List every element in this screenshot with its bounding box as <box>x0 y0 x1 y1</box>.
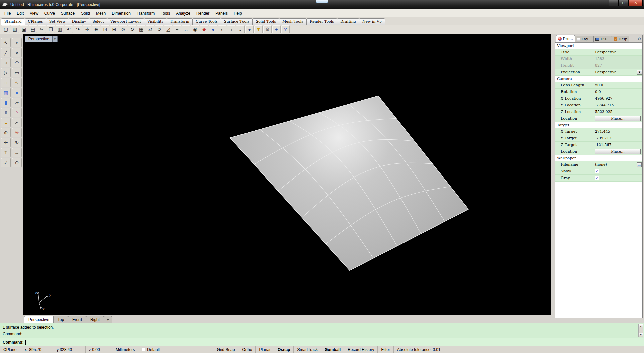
menu-item[interactable]: Transform <box>134 10 158 17</box>
zoom-window-icon[interactable]: ⊡ <box>101 25 109 33</box>
rendered-viewport-icon[interactable]: ● <box>245 25 254 33</box>
property-value[interactable]: 271.445 <box>595 129 642 134</box>
polyline-icon[interactable]: ∨ <box>12 48 22 57</box>
options-icon[interactable]: ⚙ <box>263 25 272 33</box>
zoom-selected-icon[interactable]: ⊙ <box>119 25 127 33</box>
rotate-view-icon[interactable]: ↻ <box>128 25 136 33</box>
magnify-icon[interactable]: ⊙ <box>12 158 22 167</box>
menu-item[interactable]: Curve <box>41 10 58 17</box>
camera-place-button[interactable]: Place... <box>595 116 641 121</box>
menu-item[interactable]: Tools <box>158 10 173 17</box>
rectangle-icon[interactable]: ▭ <box>12 68 22 77</box>
gray-checkbox[interactable]: ✓ <box>595 176 599 180</box>
zoom-in-icon[interactable]: ⊕ <box>92 25 100 33</box>
status-planar-toggle[interactable]: Planar <box>256 346 274 353</box>
lock-icon[interactable]: ◉ <box>191 25 199 33</box>
open-file-icon[interactable]: ▧ <box>11 25 19 33</box>
move-tool-icon[interactable]: ✛ <box>1 138 11 147</box>
toolbar-tab[interactable]: Set View <box>46 18 69 25</box>
scale-icon[interactable]: ◿ <box>164 25 172 33</box>
rotate-tool-icon[interactable]: ↻ <box>12 138 22 147</box>
text-icon[interactable]: T <box>1 148 11 157</box>
ghosted-viewport-icon[interactable]: ◑ <box>227 25 235 33</box>
polygon-icon[interactable]: ▷ <box>1 68 11 77</box>
xray-viewport-icon[interactable]: ◒ <box>236 25 245 33</box>
box-icon[interactable]: ▧ <box>1 88 11 97</box>
select-icon[interactable]: ↖ <box>1 38 11 47</box>
panel-tab-properties[interactable]: Pro… <box>556 35 575 42</box>
nurbs-surface[interactable] <box>23 34 551 315</box>
cylinder-icon[interactable]: ▮ <box>1 98 11 107</box>
toolbar-tab[interactable]: Render Tools <box>306 18 337 25</box>
property-value[interactable]: 5523.025 <box>595 110 642 114</box>
circle-icon[interactable]: ○ <box>1 58 11 67</box>
status-filter-toggle[interactable]: Filter <box>378 346 394 353</box>
maximize-button[interactable]: ▢ <box>619 0 629 6</box>
close-button[interactable]: ✕ <box>629 0 643 6</box>
status-units[interactable]: Millimeters <box>112 346 138 353</box>
scroll-up-button[interactable]: ▲ <box>639 324 643 328</box>
minimize-button[interactable]: — <box>609 0 619 6</box>
menu-item[interactable]: Solid <box>78 10 93 17</box>
status-layer[interactable]: Default <box>138 346 163 353</box>
viewport-tab[interactable]: + <box>104 316 112 323</box>
help-icon[interactable]: ? <box>281 25 290 33</box>
panel-gear-icon[interactable]: ⚙ <box>637 37 641 41</box>
viewport-tab[interactable]: Front <box>68 316 86 323</box>
panel-tab-layers[interactable]: Lay… <box>575 36 594 42</box>
toolbar-tab[interactable]: CPlanes <box>25 18 46 25</box>
move-icon[interactable]: ⇄ <box>146 25 154 33</box>
toolbar-tab[interactable]: Drafting <box>337 18 359 25</box>
toolbar-tab[interactable]: Curve Tools <box>192 18 221 25</box>
shaded-viewport-icon[interactable]: ◐ <box>218 25 226 33</box>
new-file-icon[interactable]: ▢ <box>2 25 10 33</box>
status-smarttrack-toggle[interactable]: SmartTrack <box>294 346 321 353</box>
filename-browse-button[interactable]: … <box>637 162 642 167</box>
toolbar-tab[interactable]: Standard <box>1 18 25 25</box>
command-input[interactable]: Command: <box>0 338 644 346</box>
menu-item[interactable]: Surface <box>58 10 78 17</box>
viewport-tab[interactable]: Perspective <box>24 316 54 323</box>
property-value[interactable]: 4966.927 <box>595 96 642 101</box>
line-icon[interactable]: ╱ <box>1 48 11 57</box>
explode-icon[interactable]: ✳ <box>12 128 22 137</box>
status-osnap-toggle[interactable]: Osnap <box>274 346 294 353</box>
property-value[interactable]: (none) <box>595 162 642 167</box>
menu-item[interactable]: View <box>27 10 41 17</box>
panel-tab-help[interactable]: ? Help <box>612 36 629 42</box>
menu-item[interactable]: Edit <box>14 10 27 17</box>
zoom-extents-icon[interactable]: ⊞ <box>110 25 118 33</box>
point-icon[interactable]: ∘ <box>12 38 22 47</box>
property-value[interactable]: Perspective <box>595 50 642 54</box>
menu-item[interactable]: Render <box>193 10 212 17</box>
redo-icon[interactable]: ↷ <box>74 25 82 33</box>
toolbar-tab[interactable]: Solid Tools <box>252 18 279 25</box>
freeform-curve-icon[interactable]: ∿ <box>12 78 22 87</box>
cplane-icon[interactable]: ⌖ <box>272 25 281 33</box>
toolbar-tab[interactable]: New in V5 <box>359 18 385 25</box>
property-value[interactable]: 50.0 <box>595 83 642 87</box>
viewport-tab[interactable]: Top <box>53 316 68 323</box>
rotate-icon[interactable]: ↺ <box>155 25 163 33</box>
cut-icon[interactable]: ✂ <box>38 25 46 33</box>
render-preview-icon[interactable]: ● <box>209 25 217 33</box>
panel-tab-display[interactable]: Dis… <box>593 36 612 42</box>
menu-item[interactable]: Mesh <box>93 10 109 17</box>
status-cplane[interactable]: CPlane <box>0 346 21 353</box>
status-tolerance[interactable]: Absolute tolerance: 0.01 <box>394 346 444 353</box>
toolbar-tab[interactable]: Visibility <box>144 18 167 25</box>
scroll-down-button[interactable]: ▼ <box>639 333 643 337</box>
status-ortho-toggle[interactable]: Ortho <box>238 346 256 353</box>
join-icon[interactable]: ⊕ <box>1 128 11 137</box>
command-scrollbar[interactable]: ▲ ▼ <box>638 324 643 337</box>
status-record-history-toggle[interactable]: Record History <box>344 346 378 353</box>
trim-icon[interactable]: ✂ <box>12 118 22 127</box>
property-value[interactable]: Perspective <box>595 70 642 74</box>
dimension-icon[interactable]: ↔ <box>12 148 22 157</box>
viewport-title-dropdown[interactable]: ▼ <box>53 36 58 42</box>
menu-item[interactable]: Dimension <box>109 10 134 17</box>
offset-icon[interactable]: ≡ <box>1 118 11 127</box>
selection-filter-icon[interactable]: ▼ <box>254 25 263 33</box>
toolbar-tab[interactable]: Mesh Tools <box>279 18 307 25</box>
viewport-tab[interactable]: Right <box>86 316 104 323</box>
